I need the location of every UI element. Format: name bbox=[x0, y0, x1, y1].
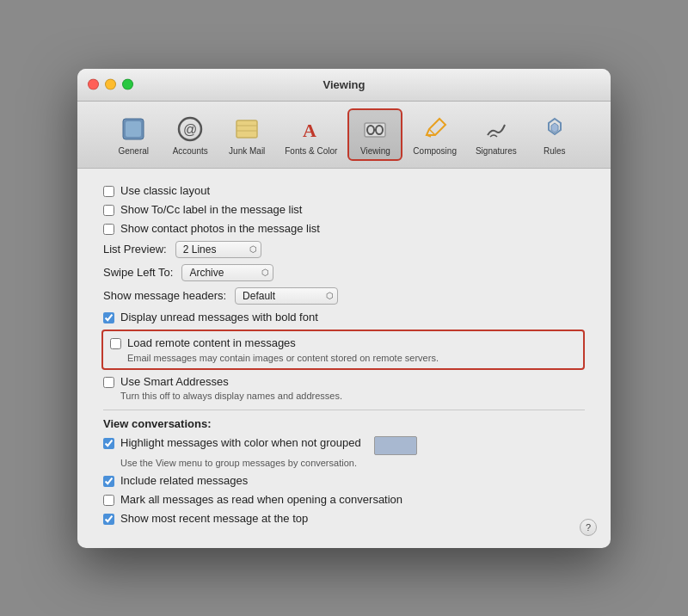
window-controls bbox=[88, 79, 133, 90]
contact-photos-checkbox[interactable] bbox=[103, 224, 114, 235]
classic-layout-label: Use classic layout bbox=[120, 184, 210, 197]
rules-icon bbox=[539, 114, 570, 145]
highlight-color-label: Highlight messages with color when not g… bbox=[120, 436, 361, 449]
signatures-label: Signatures bbox=[476, 146, 517, 156]
highlight-color-row: Highlight messages with color when not g… bbox=[103, 436, 585, 455]
contact-photos-label: Show contact photos in the message list bbox=[120, 222, 320, 235]
display-unread-label: Display unread messages with bold font bbox=[120, 311, 318, 323]
maximize-button[interactable] bbox=[122, 79, 133, 90]
composing-label: Composing bbox=[413, 146, 457, 156]
contact-photos-row: Show contact photos in the message list bbox=[103, 222, 585, 235]
close-button[interactable] bbox=[88, 79, 99, 90]
most-recent-row: Show most recent message at the top bbox=[103, 512, 585, 525]
load-remote-label: Load remote content in messages bbox=[127, 336, 296, 349]
load-remote-checkbox[interactable] bbox=[110, 338, 121, 349]
toolbar-item-general[interactable]: General bbox=[106, 110, 161, 159]
message-headers-row: Show message headers: Default Custom All… bbox=[103, 287, 585, 305]
classic-layout-row: Use classic layout bbox=[103, 184, 585, 197]
list-preview-select[interactable]: 2 Lines None 1 Line 3 Lines 4 Lines bbox=[175, 241, 261, 258]
most-recent-checkbox[interactable] bbox=[103, 514, 114, 525]
message-headers-select[interactable]: Default Custom All bbox=[235, 287, 338, 305]
preferences-window: Viewing General @ Accounts Junk Mail A F… bbox=[77, 69, 611, 548]
window-title: Viewing bbox=[323, 78, 366, 91]
accounts-icon: @ bbox=[175, 114, 206, 145]
toolbar-item-junk-mail[interactable]: Junk Mail bbox=[219, 110, 274, 159]
display-unread-checkbox[interactable] bbox=[103, 312, 114, 323]
show-tocc-checkbox[interactable] bbox=[103, 205, 114, 216]
smart-addresses-row: Use Smart Addresses bbox=[103, 375, 585, 388]
highlight-color-subtext: Use the View menu to group messages by c… bbox=[120, 458, 585, 468]
mark-as-read-row: Mark all messages as read when opening a… bbox=[103, 493, 585, 506]
swipe-left-label: Swipe Left To: bbox=[103, 266, 173, 279]
conversations-section-label: View conversations: bbox=[103, 417, 585, 430]
swipe-left-select[interactable]: Archive Trash Mark as Read Flag Nothing bbox=[181, 264, 273, 281]
show-tocc-label: Show To/Cc label in the message list bbox=[120, 203, 302, 216]
include-related-checkbox[interactable] bbox=[103, 476, 114, 487]
mark-as-read-label: Mark all messages as read when opening a… bbox=[120, 493, 402, 506]
viewing-icon bbox=[359, 114, 390, 145]
help-button[interactable]: ? bbox=[580, 519, 597, 536]
highlight-color-checkbox[interactable] bbox=[103, 438, 114, 449]
color-swatch[interactable] bbox=[374, 436, 417, 455]
signatures-icon bbox=[481, 114, 512, 145]
mark-as-read-checkbox[interactable] bbox=[103, 495, 114, 506]
toolbar-item-accounts[interactable]: @ Accounts bbox=[163, 110, 218, 159]
fonts-color-icon: A bbox=[296, 114, 327, 145]
swipe-left-row: Swipe Left To: Archive Trash Mark as Rea… bbox=[103, 264, 585, 281]
accounts-label: Accounts bbox=[173, 146, 208, 156]
toolbar-item-composing[interactable]: Composing bbox=[404, 110, 465, 159]
display-unread-row: Display unread messages with bold font bbox=[103, 311, 585, 323]
smart-addresses-subtext: Turn this off to always display names an… bbox=[120, 391, 585, 401]
svg-rect-4 bbox=[236, 120, 257, 138]
section-divider bbox=[103, 410, 585, 410]
svg-text:@: @ bbox=[183, 122, 197, 137]
include-related-label: Include related messages bbox=[120, 474, 248, 487]
load-remote-row: Load remote content in messages bbox=[110, 336, 576, 349]
toolbar-item-viewing[interactable]: Viewing bbox=[347, 108, 402, 161]
include-related-row: Include related messages bbox=[103, 474, 585, 487]
general-label: General bbox=[118, 146, 149, 156]
junk-mail-icon bbox=[231, 114, 262, 145]
classic-layout-checkbox[interactable] bbox=[103, 186, 114, 197]
swipe-left-select-wrapper: Archive Trash Mark as Read Flag Nothing … bbox=[181, 264, 273, 281]
composing-icon bbox=[420, 114, 451, 145]
title-bar: Viewing bbox=[77, 69, 611, 102]
general-icon bbox=[118, 114, 149, 145]
message-headers-select-wrapper: Default Custom All ⬡ bbox=[235, 287, 338, 305]
load-remote-highlight-box: Load remote content in messages Email me… bbox=[101, 330, 585, 370]
toolbar: General @ Accounts Junk Mail A Fonts & C… bbox=[77, 102, 611, 169]
most-recent-label: Show most recent message at the top bbox=[120, 512, 308, 525]
content-area: Use classic layout Show To/Cc label in t… bbox=[77, 169, 611, 548]
list-preview-label: List Preview: bbox=[103, 243, 167, 256]
rules-label: Rules bbox=[544, 146, 566, 156]
svg-text:A: A bbox=[303, 120, 316, 141]
toolbar-item-fonts-color[interactable]: A Fonts & Color bbox=[276, 110, 346, 159]
load-remote-subtext: Email messages may contain images or con… bbox=[127, 353, 576, 363]
fonts-color-label: Fonts & Color bbox=[285, 146, 337, 156]
message-headers-label: Show message headers: bbox=[103, 289, 226, 302]
list-preview-row: List Preview: 2 Lines None 1 Line 3 Line… bbox=[103, 241, 585, 258]
smart-addresses-label: Use Smart Addresses bbox=[120, 375, 229, 388]
svg-marker-14 bbox=[551, 123, 558, 132]
svg-rect-1 bbox=[126, 121, 141, 137]
toolbar-item-signatures[interactable]: Signatures bbox=[467, 110, 525, 159]
smart-addresses-checkbox[interactable] bbox=[103, 377, 114, 388]
show-tocc-row: Show To/Cc label in the message list bbox=[103, 203, 585, 216]
list-preview-select-wrapper: 2 Lines None 1 Line 3 Lines 4 Lines ⬡ bbox=[175, 241, 261, 258]
viewing-label: Viewing bbox=[360, 146, 390, 156]
junk-mail-label: Junk Mail bbox=[229, 146, 265, 156]
toolbar-item-rules[interactable]: Rules bbox=[527, 110, 582, 159]
minimize-button[interactable] bbox=[105, 79, 116, 90]
load-remote-container: Load remote content in messages Email me… bbox=[103, 330, 585, 370]
